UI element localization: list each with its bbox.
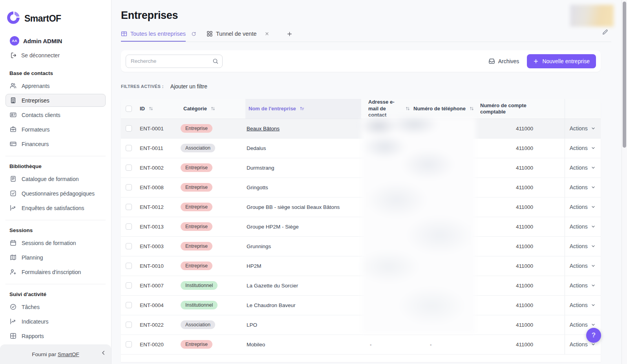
- collapse-sidebar-icon[interactable]: [101, 350, 106, 356]
- footer-smartof-link[interactable]: SmartOF: [58, 351, 79, 357]
- column-header-telephone[interactable]: Numéro de téléphone: [413, 106, 466, 112]
- sidebar-item-apprenants[interactable]: Apprenants: [5, 79, 106, 92]
- tab-toutes-les-entreprises[interactable]: Toutes les entreprises: [121, 31, 186, 42]
- row-checkbox[interactable]: [126, 322, 132, 328]
- sidebar-item-enquetes-de-satisfactions[interactable]: Enquêtes de satisfactions: [5, 201, 106, 214]
- chart-icon: [10, 318, 16, 325]
- new-company-button[interactable]: Nouvelle entreprise: [527, 54, 596, 68]
- search-input[interactable]: [126, 55, 223, 68]
- chart-icon: [10, 205, 16, 211]
- close-tab-icon[interactable]: [265, 31, 269, 36]
- row-checkbox[interactable]: [126, 204, 132, 210]
- company-name-link[interactable]: Mobileo: [247, 342, 265, 348]
- category-badge: Entreprise: [181, 203, 212, 211]
- column-header-categorie[interactable]: Catégorie: [183, 106, 207, 112]
- sort-icon[interactable]: [148, 106, 154, 111]
- archives-button[interactable]: Archives: [488, 58, 519, 64]
- row-actions-button[interactable]: Actions: [570, 243, 596, 249]
- company-name-link[interactable]: La Gazette du Sorcier: [247, 283, 298, 289]
- company-phone: [410, 138, 476, 158]
- sidebar-item-entreprises[interactable]: Entreprises: [5, 94, 106, 107]
- row-actions-button[interactable]: Actions: [570, 184, 596, 190]
- row-checkbox[interactable]: [126, 184, 132, 190]
- company-email: [361, 236, 410, 256]
- sidebar-item-contacts-clients[interactable]: Contacts clients: [5, 108, 106, 121]
- sort-asc-icon[interactable]: [300, 106, 305, 111]
- company-name-link[interactable]: Le Chaudron Baveur: [247, 302, 296, 308]
- logout-button[interactable]: Se déconnecter: [0, 46, 111, 59]
- company-name-link[interactable]: LPO: [247, 322, 257, 328]
- row-actions-button[interactable]: Actions: [570, 263, 596, 269]
- nav-section-title: Sessions: [9, 227, 102, 233]
- company-name-link[interactable]: Groupe BB - siège social Beaux Bâtons: [247, 204, 340, 210]
- refresh-view-icon[interactable]: [191, 31, 196, 37]
- company-id: ENT-0003: [137, 236, 179, 256]
- row-checkbox[interactable]: [126, 282, 132, 289]
- company-account: 411000: [476, 197, 565, 217]
- sidebar-item-indicateurs[interactable]: Indicateurs: [5, 315, 106, 328]
- archives-label: Archives: [498, 58, 519, 64]
- column-header-email[interactable]: Adresse e-mail de contact: [368, 99, 402, 118]
- row-actions-button[interactable]: Actions: [570, 145, 596, 151]
- sidebar-item-questionnaires-pedagogiques[interactable]: Questionnaires pédagogiques: [5, 187, 106, 200]
- row-actions-button[interactable]: Actions: [570, 204, 596, 210]
- row-actions-button[interactable]: Actions: [570, 282, 596, 289]
- chevron-down-icon: [590, 283, 596, 288]
- company-name-link[interactable]: Dedalus: [247, 145, 266, 151]
- table-row: ENT-0012EntrepriseGroupe BB - siège soci…: [121, 197, 601, 217]
- row-checkbox[interactable]: [126, 165, 132, 171]
- row-checkbox[interactable]: [126, 243, 132, 249]
- row-checkbox[interactable]: [126, 145, 132, 151]
- row-checkbox[interactable]: [126, 341, 132, 348]
- row-actions-button[interactable]: Actions: [570, 125, 596, 132]
- company-email: [361, 177, 410, 197]
- company-id: ENT-0007: [137, 276, 179, 295]
- company-name-link[interactable]: Durmstrang: [247, 165, 274, 171]
- sort-icon[interactable]: [210, 106, 216, 111]
- company-phone: [410, 315, 476, 335]
- help-button[interactable]: ?: [586, 328, 601, 343]
- row-checkbox[interactable]: [126, 125, 132, 132]
- sidebar-item-label: Indicateurs: [22, 318, 48, 325]
- sidebar-item-financeurs[interactable]: Financeurs: [5, 137, 106, 150]
- row-actions-button[interactable]: Actions: [570, 223, 596, 230]
- row-actions-button[interactable]: Actions: [570, 322, 596, 328]
- add-view-icon[interactable]: [287, 31, 292, 37]
- sidebar-nav: Base de contactsApprenantsEntreprisesCon…: [0, 59, 111, 357]
- sidebar-item-rapports[interactable]: Rapports: [5, 329, 106, 342]
- company-name-link[interactable]: Gringotts: [247, 185, 268, 190]
- map-icon: [10, 254, 16, 261]
- row-checkbox[interactable]: [126, 302, 132, 308]
- sort-icon[interactable]: [405, 106, 410, 111]
- sidebar-item-label: Apprenants: [22, 83, 50, 89]
- table-row: ENT-0007InstitutionnelLa Gazette du Sorc…: [121, 276, 601, 295]
- column-header-id[interactable]: ID: [140, 106, 145, 112]
- company-name-link[interactable]: Beaux Bâtons: [247, 126, 280, 132]
- select-all-checkbox[interactable]: [126, 106, 132, 112]
- sidebar-item-formateurs[interactable]: Formateurs: [5, 123, 106, 136]
- company-name-link[interactable]: Groupe HP2M - Siège: [247, 224, 299, 230]
- check-circle-icon: [10, 304, 16, 310]
- category-badge: Association: [181, 144, 215, 152]
- sidebar-item-catalogue-de-formation[interactable]: Catalogue de formation: [5, 172, 106, 185]
- column-header-nom[interactable]: Nom de l'entreprise: [249, 106, 296, 112]
- add-filter-button[interactable]: Ajouter un filtre: [170, 83, 207, 90]
- company-email: [361, 138, 410, 158]
- row-checkbox[interactable]: [126, 263, 132, 269]
- user-row: AA Admin ADMIN: [0, 27, 111, 46]
- row-actions-button[interactable]: Actions: [570, 302, 596, 308]
- sidebar-item-planning[interactable]: Planning: [5, 251, 106, 264]
- row-checkbox[interactable]: [126, 223, 132, 230]
- sidebar-item-label: Tâches: [22, 304, 40, 310]
- sidebar-item-formulaires-inscription[interactable]: Formulaires d'inscription: [5, 265, 106, 278]
- sort-icon[interactable]: [469, 106, 474, 111]
- scrollbar-thumb[interactable]: [623, 2, 626, 148]
- edit-view-pencil-icon[interactable]: [602, 29, 608, 35]
- tab-tunnel-de-vente[interactable]: Tunnel de vente: [207, 31, 269, 42]
- sidebar-item-label: Formulaires d'inscription: [22, 269, 81, 275]
- sidebar-item-sessions-de-formation[interactable]: Sessions de formation: [5, 236, 106, 249]
- row-actions-button[interactable]: Actions: [570, 165, 596, 171]
- company-name-link[interactable]: HP2M: [247, 263, 261, 269]
- sidebar-item-taches[interactable]: Tâches: [5, 300, 106, 313]
- company-name-link[interactable]: Grunnings: [247, 243, 271, 249]
